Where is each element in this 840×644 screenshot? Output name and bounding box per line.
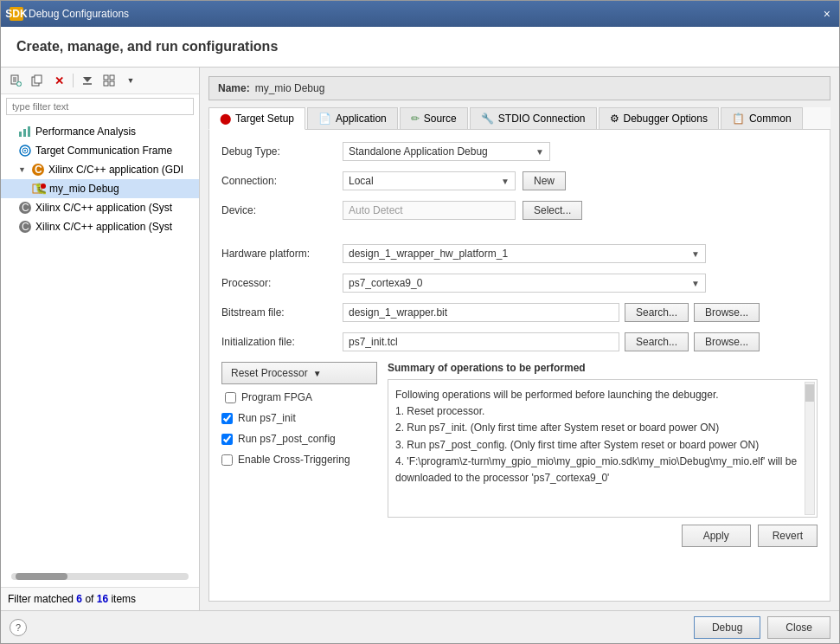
- tab-stdio[interactable]: 🔧 STDIO Connection: [470, 107, 597, 129]
- bottom-section: Reset Processor ▼ Program FPGA Run ps7_i…: [221, 362, 818, 518]
- xilinx-sys1-icon: C: [18, 201, 32, 215]
- collapse-all-button[interactable]: [99, 71, 119, 90]
- sidebar-item-performance-label: Performance Analysis: [35, 126, 136, 138]
- bitstream-search-button[interactable]: Search...: [625, 303, 689, 322]
- tab-debugger-label: Debugger Options: [624, 113, 708, 125]
- sidebar-item-target-comm[interactable]: Target Communication Frame: [1, 141, 199, 160]
- svg-text:C: C: [35, 164, 42, 176]
- hw-platform-control: design_1_wrapper_hw_platform_1 ▼: [343, 244, 818, 263]
- svg-rect-8: [35, 75, 42, 83]
- program-fpga-checkbox[interactable]: [225, 392, 236, 403]
- tab-source-label: Source: [424, 113, 457, 125]
- expand-arrow-gdi: ▼: [18, 165, 26, 174]
- svg-rect-15: [110, 81, 114, 86]
- debug-type-label: Debug Type:: [221, 145, 343, 158]
- delete-config-button[interactable]: ✕: [49, 71, 68, 90]
- close-window-button[interactable]: ×: [824, 7, 830, 21]
- sidebar-item-performance-analysis[interactable]: Performance Analysis: [1, 122, 199, 141]
- svg-text:C: C: [22, 202, 29, 214]
- run-ps7-post-label: Run ps7_post_config: [238, 433, 336, 445]
- init-file-control: Search... Browse...: [343, 332, 760, 351]
- new-connection-button[interactable]: New: [523, 171, 566, 190]
- filter-button[interactable]: ▼: [121, 71, 140, 90]
- sidebar-item-my-mio[interactable]: 🐛 my_mio Debug: [1, 179, 199, 198]
- svg-text:C: C: [22, 221, 29, 233]
- tab-application[interactable]: 📄 Application: [307, 107, 398, 129]
- reset-processor-button[interactable]: Reset Processor ▼: [221, 362, 377, 384]
- run-ps7-init-checkbox[interactable]: [221, 413, 233, 424]
- titlebar: SDK Debug Configurations ×: [1, 1, 839, 27]
- bitstream-label: Bitstream file:: [221, 306, 343, 319]
- copy-config-button[interactable]: [28, 71, 47, 90]
- my-mio-icon: 🐛: [32, 182, 46, 196]
- connection-value: Local: [349, 175, 497, 187]
- search-input[interactable]: [6, 98, 194, 115]
- action-row: Apply Revert: [221, 518, 818, 547]
- filter-status-text: Filter matched 6 of 16 items: [8, 593, 136, 605]
- footer-bar: ? Debug Close: [1, 610, 839, 643]
- tab-stdio-label: STDIO Connection: [498, 113, 586, 125]
- hw-platform-dropdown[interactable]: design_1_wrapper_hw_platform_1 ▼: [343, 244, 706, 263]
- device-auto-detect: Auto Detect: [343, 201, 516, 220]
- name-label: Name:: [218, 82, 250, 94]
- summary-title: Summary of operations to be performed: [388, 362, 818, 374]
- tab-source[interactable]: ✏ Source: [400, 107, 468, 129]
- svg-rect-11: [104, 75, 108, 80]
- device-control: Auto Detect Select...: [343, 201, 582, 220]
- program-fpga-row: Program FPGA: [221, 390, 377, 405]
- tab-application-label: Application: [336, 113, 387, 125]
- enable-cross-label: Enable Cross-Triggering: [238, 454, 350, 466]
- enable-cross-triggering-row: Enable Cross-Triggering: [221, 452, 377, 467]
- sidebar-item-xilinx-sys2[interactable]: C Xilinx C/C++ application (Syst: [1, 217, 199, 236]
- debugger-tab-icon: ⚙: [610, 113, 619, 125]
- device-label: Device:: [221, 204, 343, 216]
- processor-row: Processor: ps7_cortexa9_0 ▼: [221, 274, 818, 293]
- tab-common[interactable]: 📋 Common: [721, 107, 803, 129]
- svg-marker-9: [83, 77, 92, 82]
- init-search-button[interactable]: Search...: [625, 332, 689, 351]
- summary-box: Following operations will be performed b…: [388, 379, 818, 518]
- revert-button[interactable]: Revert: [758, 525, 818, 547]
- svg-point-21: [24, 150, 26, 151]
- right-bottom: Summary of operations to be performed Fo…: [388, 362, 818, 518]
- enable-cross-triggering-checkbox[interactable]: [221, 454, 233, 466]
- summary-scrollbar[interactable]: [805, 382, 815, 515]
- bitstream-browse-button[interactable]: Browse...: [694, 303, 760, 322]
- tab-common-label: Common: [749, 113, 792, 125]
- program-fpga-label: Program FPGA: [241, 391, 312, 403]
- new-config-button[interactable]: [6, 71, 25, 90]
- apply-button[interactable]: Apply: [682, 525, 751, 547]
- hw-platform-label: Hardware platform:: [221, 248, 343, 260]
- svg-point-26: [41, 184, 46, 189]
- help-button[interactable]: ?: [10, 619, 27, 636]
- select-device-button[interactable]: Select...: [523, 201, 582, 220]
- close-button[interactable]: Close: [767, 616, 830, 639]
- connection-label: Connection:: [221, 175, 343, 187]
- processor-label: Processor:: [221, 277, 343, 289]
- run-ps7-post-checkbox[interactable]: [221, 434, 233, 445]
- svg-rect-18: [28, 126, 30, 137]
- processor-dropdown[interactable]: ps7_cortexa9_0 ▼: [343, 274, 706, 293]
- debug-button[interactable]: Debug: [694, 616, 760, 639]
- tab-debugger-options[interactable]: ⚙ Debugger Options: [599, 107, 719, 129]
- sidebar-item-xilinx-sys1[interactable]: C Xilinx C/C++ application (Syst: [1, 198, 199, 217]
- init-browse-button[interactable]: Browse...: [694, 332, 760, 351]
- run-ps7-init-row: Run ps7_init: [221, 410, 377, 426]
- source-tab-icon: ✏: [411, 113, 420, 125]
- expand-all-button[interactable]: [78, 71, 97, 90]
- sidebar-item-xilinx-gdi-label: Xilinx C/C++ application (GDI: [48, 164, 183, 176]
- debug-type-dropdown[interactable]: Standalone Application Debug ▼: [343, 142, 550, 161]
- connection-row: Connection: Local ▼ New: [221, 171, 818, 190]
- application-tab-icon: 📄: [318, 113, 331, 125]
- run-ps7-post-config-row: Run ps7_post_config: [221, 431, 377, 447]
- sidebar-item-xilinx-sys2-label: Xilinx C/C++ application (Syst: [35, 221, 172, 233]
- name-value: my_mio Debug: [255, 82, 821, 94]
- bitstream-input[interactable]: [343, 303, 619, 322]
- connection-dropdown[interactable]: Local ▼: [343, 171, 516, 190]
- sidebar-scrollbar[interactable]: [11, 573, 189, 580]
- bitstream-control: Search... Browse...: [343, 303, 760, 322]
- init-file-row: Initialization file: Search... Browse...: [221, 332, 818, 351]
- sidebar-item-xilinx-gdi[interactable]: ▼ C Xilinx C/C++ application (GDI: [1, 160, 199, 179]
- init-file-input[interactable]: [343, 332, 619, 351]
- tab-target-setup[interactable]: ⬤ Target Setup: [208, 107, 305, 130]
